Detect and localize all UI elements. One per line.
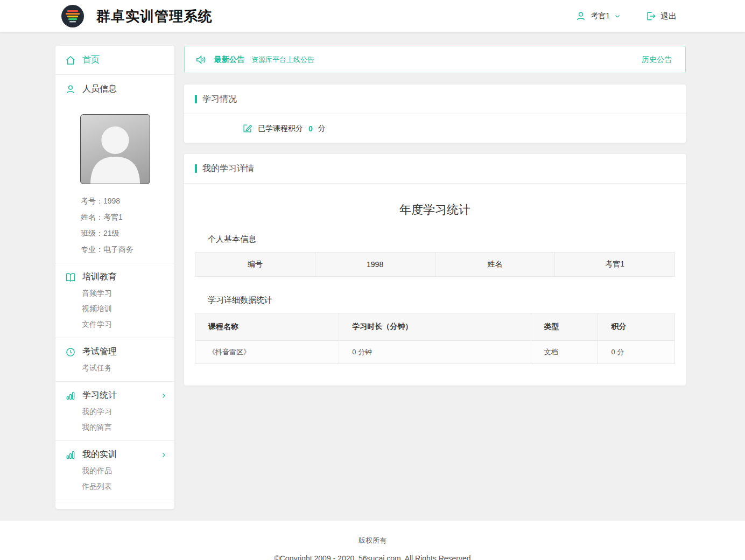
learning-status-card: 学习情况 已学课程积分 0 分: [184, 85, 686, 143]
column-header-course: 课程名称: [195, 313, 339, 341]
menu-children: 我的学习 我的留言: [55, 404, 174, 435]
learning-data-table: 课程名称 学习时长（分钟） 类型 积分 《抖音雷区》 0 分钟 文档: [195, 313, 675, 364]
stats-title: 学习详细数据统计: [208, 295, 675, 305]
speaker-icon: [195, 54, 207, 66]
bar-chart-icon: [65, 390, 76, 401]
history-announcements-link[interactable]: 历史公告: [642, 55, 672, 65]
cell-course-name: 《抖音雷区》: [195, 341, 339, 364]
menu-group-learning-stats: 学习统计 我的学习 我的留言: [55, 382, 174, 441]
sidebar-item-file-learning[interactable]: 文件学习: [82, 317, 174, 332]
logout-icon: [645, 11, 656, 22]
basic-no-label: 编号: [195, 253, 315, 277]
profile-exam-no: 考号：1998: [81, 193, 174, 209]
title-marker: [195, 95, 197, 103]
logout-label: 退出: [660, 11, 677, 22]
brand: 群卓实训管理系统: [61, 4, 213, 28]
book-icon: [65, 272, 76, 283]
chevron-down-icon: [614, 13, 621, 19]
announcement-link[interactable]: 资源库平台上线公告: [251, 55, 314, 65]
profile-name: 姓名：考官1: [81, 209, 174, 225]
profile-lines: 考号：1998 姓名：考官1 班级：21级 专业：电子商务: [55, 193, 174, 257]
header-right: 考官1 退出: [575, 11, 677, 22]
basic-no-value: 1998: [315, 253, 435, 277]
chevron-right-icon: [160, 452, 167, 458]
person-icon: [65, 84, 76, 95]
edit-icon: [242, 123, 252, 134]
menu-label: 我的实训: [82, 449, 117, 460]
profile-major: 专业：电子商务: [81, 241, 174, 257]
learning-detail-card: 我的学习详情 年度学习统计 个人基本信息 编号 1998 姓名 考官1: [184, 154, 686, 386]
menu-label: 考试管理: [82, 346, 117, 358]
menu-label: 学习统计: [82, 390, 117, 401]
bar-chart-icon: [65, 450, 76, 460]
sidebar-item-exam-management[interactable]: 考试管理: [55, 345, 174, 360]
learning-detail-title: 我的学习详情: [202, 163, 254, 174]
cell-score: 0 分: [598, 341, 675, 364]
sidebar-item-my-training[interactable]: 我的实训: [55, 447, 174, 463]
logout-button[interactable]: 退出: [645, 11, 677, 22]
sidebar-item-exam-tasks[interactable]: 考试任务: [82, 360, 174, 376]
basic-info-table: 编号 1998 姓名 考官1: [195, 252, 675, 277]
menu-children: 我的作品 作品列表: [55, 463, 174, 494]
clock-icon: [65, 347, 76, 358]
menu-children: 音频学习 视频培训 文件学习: [55, 285, 174, 332]
learning-status-title: 学习情况: [202, 94, 237, 105]
sidebar-item-audio-learning[interactable]: 音频学习: [82, 285, 174, 301]
card-title-row: 我的学习详情: [184, 154, 686, 184]
title-marker: [195, 164, 197, 173]
content-column: 最新公告 资源库平台上线公告 历史公告 学习情况 已学课程积分 0 分: [184, 46, 686, 386]
points-unit: 分: [318, 124, 326, 134]
app-footer: 版权所有 ©Copyright 2009 - 2020. 56sucai.com…: [0, 521, 745, 560]
avatar: [80, 114, 150, 184]
sidebar-item-works-list[interactable]: 作品列表: [82, 479, 174, 494]
user-name: 考官1: [591, 11, 610, 21]
page: 群卓实训管理系统 考官1 退出: [0, 0, 745, 560]
user-menu[interactable]: 考官1: [575, 11, 621, 22]
sidebar-item-learning-statistics[interactable]: 学习统计: [55, 388, 174, 404]
sidebar-item-training-education[interactable]: 培训教育: [55, 270, 174, 285]
basic-name-value: 考官1: [555, 253, 675, 277]
cell-duration: 0 分钟: [339, 341, 531, 364]
basic-info-title: 个人基本信息: [208, 234, 675, 244]
basic-name-label: 姓名: [435, 253, 555, 277]
app-logo-icon: [61, 4, 85, 28]
footer-copyright-label: 版权所有: [0, 536, 745, 545]
sidebar-home-label: 首页: [82, 54, 100, 66]
sidebar-item-my-learning[interactable]: 我的学习: [82, 404, 174, 419]
personnel-block: 人员信息 考号：1998 姓名：考官1 班级：21级 专业：电子商务: [55, 75, 174, 263]
home-icon: [65, 55, 76, 66]
report-title: 年度学习统计: [195, 202, 675, 218]
sidebar-item-video-training[interactable]: 视频培训: [82, 301, 174, 317]
column-header-type: 类型: [531, 313, 598, 341]
points-value: 0: [308, 124, 313, 133]
column-header-duration: 学习时长（分钟）: [339, 313, 531, 341]
user-icon: [575, 11, 586, 22]
sidebar-item-my-messages[interactable]: 我的留言: [82, 419, 174, 435]
menu-children: 考试任务: [55, 360, 174, 376]
points-row: 已学课程积分 0 分: [184, 114, 686, 143]
app-header: 群卓实训管理系统 考官1 退出: [0, 0, 745, 32]
table-header-row: 课程名称 学习时长（分钟） 类型 积分: [195, 313, 675, 341]
column-header-score: 积分: [598, 313, 675, 341]
menu-group-my-training: 我的实训 我的作品 作品列表: [55, 441, 174, 500]
card-title-row: 学习情况: [184, 85, 686, 114]
sidebar: 首页 人员信息 考号：1998 姓名：考官1: [55, 46, 174, 509]
announcement-label: 最新公告: [214, 55, 244, 65]
app-title: 群卓实训管理系统: [96, 7, 213, 26]
footer-copyright-text: ©Copyright 2009 - 2020. 56sucai.com. All…: [0, 554, 745, 560]
profile-class: 班级：21级: [81, 225, 174, 241]
table-row: 《抖音雷区》 0 分钟 文档 0 分: [195, 341, 675, 364]
sidebar-item-my-works[interactable]: 我的作品: [82, 463, 174, 479]
sidebar-personnel-label: 人员信息: [82, 83, 117, 95]
detail-body: 年度学习统计 个人基本信息 编号 1998 姓名 考官1 学习详细数据统: [184, 202, 686, 386]
basic-info-row: 编号 1998 姓名 考官1: [195, 253, 675, 277]
menu-label: 培训教育: [82, 271, 117, 283]
menu-group-training: 培训教育 音频学习 视频培训 文件学习: [55, 263, 174, 338]
sidebar-item-personnel[interactable]: 人员信息: [55, 75, 174, 103]
menu-group-exam: 考试管理 考试任务: [55, 338, 174, 382]
announcement-bar: 最新公告 资源库平台上线公告 历史公告: [184, 46, 686, 73]
avatar-silhouette-icon: [81, 115, 150, 184]
cell-type: 文档: [531, 341, 598, 364]
main-area: 首页 人员信息 考号：1998 姓名：考官1: [0, 32, 745, 521]
sidebar-item-home[interactable]: 首页: [55, 46, 174, 75]
